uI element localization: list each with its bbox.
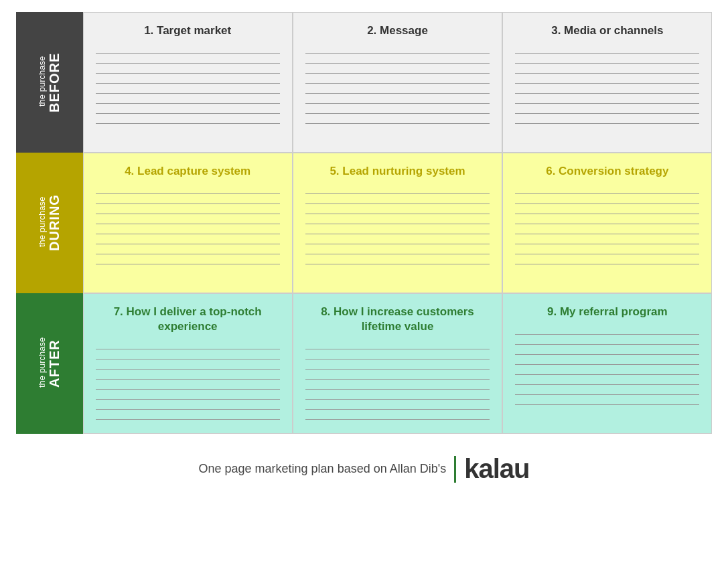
cell-9-lines <box>515 334 699 405</box>
main-container: the purchase BEFORE 1. Target market2. M… <box>16 12 713 484</box>
line <box>96 264 280 264</box>
footer-logo: kalau <box>464 454 529 484</box>
row-sublabel-after: the purchase <box>37 337 47 387</box>
row-label-before: the purchase BEFORE <box>16 12 83 153</box>
line <box>96 359 280 359</box>
line <box>96 419 280 420</box>
line <box>515 254 699 254</box>
line <box>305 254 490 254</box>
cell-1-lines <box>96 53 280 124</box>
line <box>515 404 699 405</box>
line <box>515 63 699 64</box>
line <box>305 123 490 124</box>
line <box>515 344 699 345</box>
cell-6-title: 6. Conversion strategy <box>546 164 668 179</box>
cell-6-lines <box>515 193 699 264</box>
line <box>96 369 280 370</box>
cell-2-lines <box>305 53 490 124</box>
line <box>96 389 280 390</box>
line <box>305 349 490 349</box>
cell-6: 6. Conversion strategy <box>502 153 712 293</box>
row-sublabel-during: the purchase <box>37 196 47 246</box>
row-label-during: the purchase DURING <box>16 153 83 293</box>
line <box>96 53 280 54</box>
line <box>305 63 490 64</box>
line <box>305 53 490 54</box>
line <box>515 234 699 234</box>
line <box>305 234 490 234</box>
line <box>515 123 699 124</box>
line <box>96 379 280 380</box>
line <box>96 113 280 114</box>
logo-k: k <box>464 454 478 483</box>
line <box>515 83 699 84</box>
line <box>515 113 699 114</box>
line <box>96 224 280 224</box>
logo-a2: a <box>500 454 514 483</box>
cell-3-lines <box>515 53 699 124</box>
line <box>515 334 699 335</box>
line <box>515 204 699 204</box>
cell-2-title: 2. Message <box>367 23 428 38</box>
line <box>96 123 280 124</box>
row-before: the purchase BEFORE 1. Target market2. M… <box>16 12 713 153</box>
line <box>305 73 490 74</box>
logo-u: u <box>514 454 529 483</box>
line <box>515 193 699 194</box>
cell-5-lines <box>305 193 490 264</box>
line <box>515 93 699 94</box>
cell-7: 7. How I deliver a top-notch experience <box>83 293 293 434</box>
line <box>305 113 490 114</box>
footer: One page marketing plan based on Allan D… <box>16 454 713 484</box>
line <box>96 93 280 94</box>
line <box>96 349 280 349</box>
line <box>305 244 490 244</box>
cell-7-title: 7. How I deliver a top-notch experience <box>96 305 280 334</box>
line <box>305 379 490 380</box>
line <box>305 264 490 264</box>
line <box>515 354 699 355</box>
cell-2: 2. Message <box>293 12 502 153</box>
cell-4-title: 4. Lead capture system <box>125 164 250 179</box>
cell-3: 3. Media or channels <box>502 12 712 153</box>
line <box>515 73 699 74</box>
line <box>96 254 280 254</box>
line <box>305 409 490 410</box>
line <box>515 103 699 104</box>
cell-8-lines <box>305 349 490 420</box>
line <box>96 409 280 410</box>
cell-9: 9. My referral program <box>502 293 712 434</box>
cell-7-lines <box>96 349 280 420</box>
line <box>515 53 699 54</box>
grid-wrapper: the purchase BEFORE 1. Target market2. M… <box>16 12 713 434</box>
row-mainlabel-during: DURING <box>47 195 62 252</box>
line <box>515 364 699 365</box>
line <box>305 193 490 194</box>
row-after: the purchase AFTER 7. How I deliver a to… <box>16 293 713 434</box>
line <box>515 394 699 395</box>
line <box>305 93 490 94</box>
line <box>515 374 699 375</box>
row-label-after: the purchase AFTER <box>16 293 83 434</box>
line <box>96 214 280 214</box>
line <box>96 193 280 194</box>
cell-5: 5. Lead nurturing system <box>293 153 502 293</box>
line <box>515 384 699 385</box>
cell-4: 4. Lead capture system <box>83 153 293 293</box>
row-mainlabel-after: AFTER <box>47 339 62 388</box>
row-sublabel-before: the purchase <box>37 56 47 106</box>
line <box>515 264 699 264</box>
cell-4-lines <box>96 193 280 264</box>
line <box>305 359 490 359</box>
cell-1: 1. Target market <box>83 12 293 153</box>
cell-1-title: 1. Target market <box>144 23 231 38</box>
line <box>305 389 490 390</box>
line <box>96 244 280 244</box>
line <box>515 214 699 214</box>
line <box>305 369 490 370</box>
line <box>305 83 490 84</box>
cell-9-title: 9. My referral program <box>547 305 668 319</box>
line <box>96 204 280 204</box>
logo-a1: a <box>478 454 492 483</box>
cell-8: 8. How I increase customers lifetime val… <box>293 293 502 434</box>
